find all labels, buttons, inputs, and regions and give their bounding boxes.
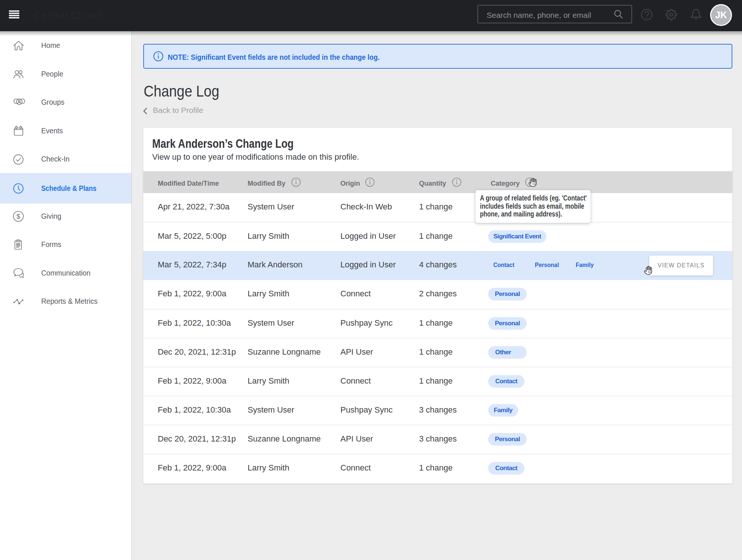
svg-text:$: $ <box>16 212 20 220</box>
